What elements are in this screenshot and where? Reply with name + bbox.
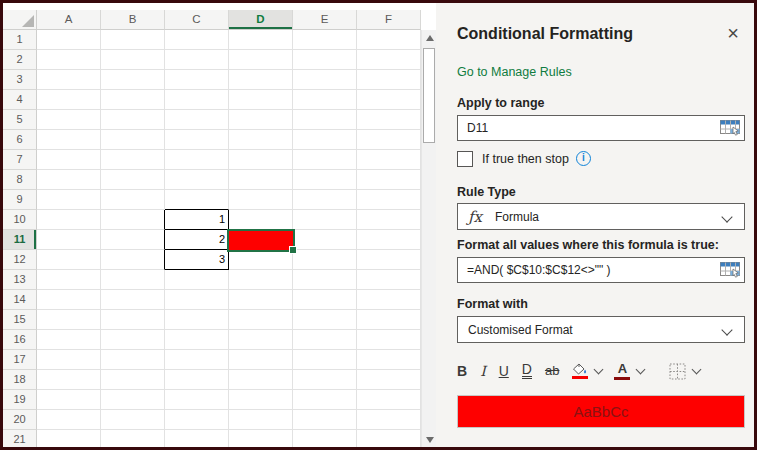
cell-C15[interactable]: [165, 310, 229, 330]
cell-B12[interactable]: [101, 250, 165, 270]
cell-E14[interactable]: [293, 290, 357, 310]
row-header-19[interactable]: 19: [3, 390, 37, 410]
cell-D8[interactable]: [229, 170, 293, 190]
cell-D13[interactable]: [229, 270, 293, 290]
cell-A6[interactable]: [37, 130, 101, 150]
cell-F15[interactable]: [357, 310, 421, 330]
row-header-18[interactable]: 18: [3, 370, 37, 390]
range-selector-icon[interactable]: [720, 120, 740, 136]
cell-E17[interactable]: [293, 350, 357, 370]
row-header-3[interactable]: 3: [3, 70, 37, 90]
cell-D14[interactable]: [229, 290, 293, 310]
cell-A9[interactable]: [37, 190, 101, 210]
cell-A19[interactable]: [37, 390, 101, 410]
format-with-dropdown[interactable]: Customised Format: [457, 316, 745, 343]
column-header-E[interactable]: E: [293, 10, 357, 30]
row-header-4[interactable]: 4: [3, 90, 37, 110]
cell-D10[interactable]: [229, 210, 293, 230]
cell-A12[interactable]: [37, 250, 101, 270]
cell-A17[interactable]: [37, 350, 101, 370]
cell-F6[interactable]: [357, 130, 421, 150]
info-icon[interactable]: i: [576, 151, 591, 166]
fill-color-chevron-icon[interactable]: [594, 364, 604, 374]
cell-C8[interactable]: [165, 170, 229, 190]
cell-A4[interactable]: [37, 90, 101, 110]
cell-C17[interactable]: [165, 350, 229, 370]
cell-C4[interactable]: [165, 90, 229, 110]
column-header-A[interactable]: A: [37, 10, 101, 30]
cell-E21[interactable]: [293, 430, 357, 447]
row-header-13[interactable]: 13: [3, 270, 37, 290]
cell-A10[interactable]: [37, 210, 101, 230]
fill-handle[interactable]: [289, 246, 297, 254]
cell-A20[interactable]: [37, 410, 101, 430]
row-header-15[interactable]: 15: [3, 310, 37, 330]
cell-E1[interactable]: [293, 30, 357, 50]
cell-C6[interactable]: [165, 130, 229, 150]
cell-E2[interactable]: [293, 50, 357, 70]
strikethrough-button[interactable]: ab: [545, 363, 559, 379]
cell-A8[interactable]: [37, 170, 101, 190]
cell-C5[interactable]: [165, 110, 229, 130]
range-selector-icon[interactable]: [720, 262, 740, 278]
cell-D15[interactable]: [229, 310, 293, 330]
cell-C10[interactable]: 1: [165, 210, 229, 230]
row-header-7[interactable]: 7: [3, 150, 37, 170]
cell-E16[interactable]: [293, 330, 357, 350]
select-all-corner[interactable]: [3, 10, 37, 30]
cell-E11[interactable]: [293, 230, 357, 250]
row-header-11[interactable]: 11: [3, 230, 37, 250]
cell-F18[interactable]: [357, 370, 421, 390]
cell-E20[interactable]: [293, 410, 357, 430]
cell-F11[interactable]: [357, 230, 421, 250]
cell-B17[interactable]: [101, 350, 165, 370]
cell-D2[interactable]: [229, 50, 293, 70]
cell-A1[interactable]: [37, 30, 101, 50]
cell-F21[interactable]: [357, 430, 421, 447]
cell-C18[interactable]: [165, 370, 229, 390]
column-header-F[interactable]: F: [357, 10, 421, 30]
cell-A16[interactable]: [37, 330, 101, 350]
cell-E5[interactable]: [293, 110, 357, 130]
cell-F9[interactable]: [357, 190, 421, 210]
manage-rules-link[interactable]: Go to Manage Rules: [457, 65, 745, 80]
row-header-5[interactable]: 5: [3, 110, 37, 130]
cell-E18[interactable]: [293, 370, 357, 390]
cell-C12[interactable]: 3: [165, 250, 229, 270]
column-header-B[interactable]: B: [101, 10, 165, 30]
cell-D5[interactable]: [229, 110, 293, 130]
cell-C14[interactable]: [165, 290, 229, 310]
cell-F12[interactable]: [357, 250, 421, 270]
row-header-9[interactable]: 9: [3, 190, 37, 210]
cell-C2[interactable]: [165, 50, 229, 70]
row-header-6[interactable]: 6: [3, 130, 37, 150]
cell-B1[interactable]: [101, 30, 165, 50]
cell-B14[interactable]: [101, 290, 165, 310]
cell-F7[interactable]: [357, 150, 421, 170]
cell-A13[interactable]: [37, 270, 101, 290]
cell-E13[interactable]: [293, 270, 357, 290]
font-color-button[interactable]: A: [614, 362, 630, 380]
cell-E8[interactable]: [293, 170, 357, 190]
cell-A15[interactable]: [37, 310, 101, 330]
row-header-14[interactable]: 14: [3, 290, 37, 310]
cell-D18[interactable]: [229, 370, 293, 390]
cell-C7[interactable]: [165, 150, 229, 170]
apply-to-range-input[interactable]: D11: [457, 115, 745, 141]
column-header-D[interactable]: D: [229, 10, 293, 30]
cell-D4[interactable]: [229, 90, 293, 110]
close-icon[interactable]: ×: [727, 25, 739, 41]
cell-C13[interactable]: [165, 270, 229, 290]
cell-A7[interactable]: [37, 150, 101, 170]
cell-E6[interactable]: [293, 130, 357, 150]
cell-F4[interactable]: [357, 90, 421, 110]
cell-C3[interactable]: [165, 70, 229, 90]
row-header-16[interactable]: 16: [3, 330, 37, 350]
cell-B20[interactable]: [101, 410, 165, 430]
cell-E9[interactable]: [293, 190, 357, 210]
cell-B4[interactable]: [101, 90, 165, 110]
cell-A3[interactable]: [37, 70, 101, 90]
cell-C19[interactable]: [165, 390, 229, 410]
bold-button[interactable]: B: [457, 363, 467, 379]
cell-B18[interactable]: [101, 370, 165, 390]
